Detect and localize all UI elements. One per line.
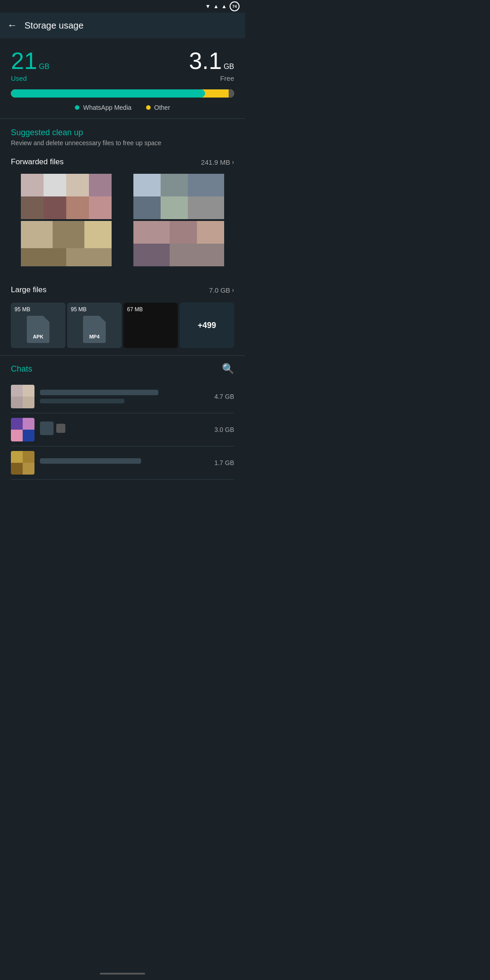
file-type-label-apk: APK xyxy=(33,334,43,339)
legend-other: Other xyxy=(146,104,170,111)
svg-rect-27 xyxy=(133,244,170,266)
large-files-row[interactable]: Large files 7.0 GB › xyxy=(11,282,234,298)
cleanup-section: Suggested clean up Review and delete unn… xyxy=(0,119,245,278)
file-item-apk[interactable]: 95 MB APK xyxy=(11,303,65,348)
chats-header: Chats 🔍 xyxy=(11,363,234,375)
chat-item-1[interactable]: 4.7 GB xyxy=(11,380,234,413)
file-item-more[interactable]: +499 xyxy=(180,303,234,348)
chat-avatar-3 xyxy=(11,451,34,475)
svg-rect-40 xyxy=(23,463,34,475)
svg-rect-22 xyxy=(66,248,112,266)
file-icon-apk: APK xyxy=(15,314,62,344)
large-files-size: 7.0 GB › xyxy=(209,286,234,294)
whatsapp-dot xyxy=(75,105,79,110)
forwarded-chevron: › xyxy=(232,158,234,166)
image-thumb-1[interactable] xyxy=(11,174,122,219)
chat-size-3: 1.7 GB xyxy=(214,459,234,466)
chat-info-3 xyxy=(40,458,209,467)
cleanup-description: Review and delete unnecessary files to f… xyxy=(11,139,234,147)
storage-bar-end xyxy=(229,89,234,98)
large-files-section: Large files 7.0 GB › 95 MB APK 95 MB xyxy=(0,278,245,355)
svg-rect-35 xyxy=(11,430,23,441)
chat-avatar-1 xyxy=(11,385,34,408)
free-number: 3.1 xyxy=(189,49,222,73)
storage-numbers: 21 GB Used 3.1 GB Free xyxy=(11,49,234,82)
free-unit: GB xyxy=(224,63,234,71)
wifi-icon: ▼ xyxy=(205,3,211,10)
chat-size-1: 4.7 GB xyxy=(214,393,234,400)
storage-overview: 21 GB Used 3.1 GB Free WhatsApp Medi xyxy=(0,38,245,118)
forwarded-images-grid[interactable] xyxy=(11,174,234,266)
file-size-apk: 95 MB xyxy=(15,306,62,313)
chat-name-bar-1 xyxy=(40,390,158,395)
svg-rect-34 xyxy=(23,418,34,430)
image-thumb-2[interactable] xyxy=(123,174,234,219)
storage-bar-used xyxy=(11,89,205,98)
svg-rect-21 xyxy=(21,248,66,266)
file-grid: 95 MB APK 95 MB MP4 67 MB xyxy=(11,303,234,348)
chat-info-1 xyxy=(40,390,209,403)
svg-rect-26 xyxy=(197,221,224,244)
used-number: 21 xyxy=(11,49,37,73)
file-size-mp4: 95 MB xyxy=(71,306,118,313)
svg-rect-39 xyxy=(11,463,23,475)
status-bar: ▼ ▲ ▲ 74 xyxy=(0,0,245,13)
used-label: Used xyxy=(11,74,49,82)
svg-rect-8 xyxy=(89,196,112,219)
image-thumb-3[interactable] xyxy=(11,221,122,266)
chat-item-2[interactable]: 3.0 GB xyxy=(11,413,234,446)
storage-used-block: 21 GB Used xyxy=(11,49,49,82)
other-dot xyxy=(146,105,151,110)
svg-rect-36 xyxy=(23,430,34,441)
svg-rect-29 xyxy=(11,385,23,397)
storage-legend: WhatsApp Media Other xyxy=(11,104,234,111)
file-item-mp4[interactable]: 95 MB MP4 xyxy=(67,303,122,348)
svg-rect-11 xyxy=(133,174,161,196)
back-button[interactable]: ← xyxy=(7,20,17,31)
free-label: Free xyxy=(220,74,234,82)
legend-whatsapp: WhatsApp Media xyxy=(75,104,132,111)
svg-rect-24 xyxy=(133,221,170,244)
file-type-label-mp4: MP4 xyxy=(89,334,100,339)
file-size-generic: 67 MB xyxy=(127,306,174,313)
svg-rect-14 xyxy=(133,196,161,219)
chat-name-bar-3 xyxy=(40,458,141,464)
chats-title: Chats xyxy=(11,364,32,374)
chat-sub-bar-1 xyxy=(40,399,124,403)
signal-icon: ▲ xyxy=(213,3,219,10)
forwarded-files-label: Forwarded files xyxy=(11,157,64,167)
svg-rect-19 xyxy=(53,221,84,248)
svg-rect-30 xyxy=(23,385,34,397)
forwarded-files-size: 241.9 MB › xyxy=(201,158,234,166)
file-icon-generic xyxy=(127,314,174,344)
svg-rect-9 xyxy=(21,174,66,219)
signal-icon-2: ▲ xyxy=(221,3,227,10)
page-title: Storage usage xyxy=(24,20,83,31)
svg-rect-32 xyxy=(23,397,34,408)
svg-rect-7 xyxy=(66,196,89,219)
svg-rect-3 xyxy=(66,174,89,196)
chat-item-3[interactable]: 1.7 GB xyxy=(11,446,234,480)
chat-size-2: 3.0 GB xyxy=(214,426,234,433)
svg-rect-31 xyxy=(11,397,23,408)
chat-info-2 xyxy=(40,421,209,438)
svg-rect-38 xyxy=(23,451,34,463)
file-item-generic[interactable]: 67 MB xyxy=(123,303,178,348)
storage-bar xyxy=(11,89,234,98)
svg-rect-20 xyxy=(84,221,112,248)
chat-avatar-2 xyxy=(11,418,34,441)
svg-rect-16 xyxy=(188,196,224,219)
chats-section: Chats 🔍 4.7 GB xyxy=(0,356,245,487)
storage-free-block: 3.1 GB Free xyxy=(189,49,234,82)
svg-rect-25 xyxy=(170,221,197,244)
other-label: Other xyxy=(154,104,170,111)
image-thumb-4[interactable] xyxy=(123,221,234,266)
forwarded-files-row[interactable]: Forwarded files 241.9 MB › xyxy=(11,154,234,170)
used-unit: GB xyxy=(39,63,49,71)
file-icon-mp4: MP4 xyxy=(71,314,118,344)
svg-rect-12 xyxy=(161,174,188,196)
page-header: ← Storage usage xyxy=(0,13,245,38)
whatsapp-label: WhatsApp Media xyxy=(83,104,132,111)
search-icon[interactable]: 🔍 xyxy=(222,363,234,375)
svg-rect-4 xyxy=(89,174,112,196)
